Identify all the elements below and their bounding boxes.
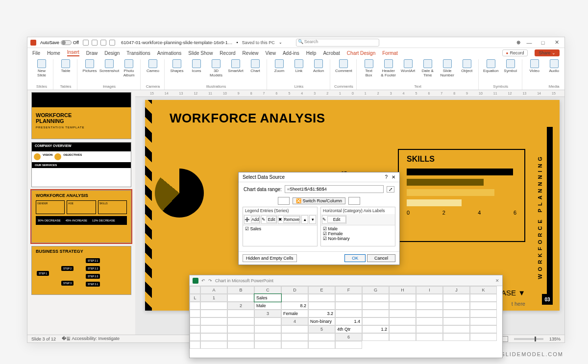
cell[interactable] [389, 333, 416, 341]
cell[interactable] [362, 317, 389, 325]
cell[interactable] [200, 325, 227, 333]
cell[interactable]: 3.2 [308, 310, 335, 317]
cell[interactable] [190, 333, 200, 341]
cell[interactable] [227, 310, 254, 317]
ribbon-header-&-footer[interactable]: Header& Footer [380, 59, 397, 78]
cell[interactable] [443, 325, 470, 333]
share-button[interactable]: Share ⌄ [535, 49, 560, 56]
cell[interactable] [281, 325, 308, 333]
cell[interactable]: 1.4 [335, 317, 362, 325]
cell[interactable] [470, 294, 497, 302]
slide-thumbnails[interactable]: 1 WORKFORCEPLANNING PRESENTATION TEMPLAT… [27, 90, 135, 335]
cell[interactable] [335, 341, 362, 349]
tab-slideshow[interactable]: Slide Show [188, 50, 213, 56]
redo-icon[interactable]: ↷ [208, 278, 212, 283]
skills-chart[interactable]: SKILLS 0246 [398, 149, 525, 242]
cell[interactable] [227, 341, 254, 349]
zoom-slider[interactable] [514, 338, 543, 340]
slide-count[interactable]: Slide 3 of 12 [31, 337, 56, 341]
cell[interactable] [389, 294, 416, 302]
cell[interactable] [227, 333, 254, 341]
axis-item[interactable]: Male [323, 226, 393, 231]
cell[interactable] [416, 317, 443, 325]
tab-animations[interactable]: Animations [157, 50, 181, 56]
cell[interactable] [200, 333, 227, 341]
legend-remove-button[interactable]: ✖Remove [278, 215, 300, 224]
tab-view[interactable]: View [265, 50, 276, 56]
search-input[interactable]: Search [296, 39, 379, 47]
axis-item[interactable]: Female [323, 231, 393, 236]
cell[interactable] [470, 310, 497, 317]
ribbon-shapes[interactable]: Shapes [169, 59, 185, 73]
cell[interactable] [200, 341, 227, 349]
ribbon-equation[interactable]: Equation [483, 59, 499, 73]
cell[interactable] [443, 317, 470, 325]
cell[interactable] [416, 333, 443, 341]
cell[interactable] [335, 302, 362, 310]
cell[interactable] [443, 294, 470, 302]
cell[interactable] [200, 310, 227, 317]
cell[interactable] [200, 302, 227, 310]
cell[interactable] [227, 294, 254, 302]
ribbon-smartart[interactable]: SmartArt [227, 59, 244, 73]
cell[interactable] [200, 317, 227, 325]
document-title[interactable]: 61047-01-workforce-planning-slide-templa… [121, 40, 233, 45]
legend-up-button[interactable]: ▴ [301, 215, 308, 224]
cell[interactable]: Sales [254, 294, 281, 302]
thumbnail-1[interactable]: 1 WORKFORCEPLANNING PRESENTATION TEMPLAT… [31, 92, 131, 139]
account-icon[interactable]: ⊕ [516, 40, 520, 45]
gender-pie-chart[interactable] [155, 169, 204, 218]
cell[interactable]: Male [254, 302, 281, 310]
cell[interactable] [362, 294, 389, 302]
cell[interactable] [254, 317, 281, 325]
excel-close-icon[interactable]: ✕ [495, 278, 499, 283]
cell[interactable] [443, 333, 470, 341]
ribbon-pictures[interactable]: Pictures [81, 59, 98, 73]
cell[interactable] [389, 317, 416, 325]
cell[interactable]: 1.2 [362, 325, 389, 333]
ribbon-slide-number[interactable]: SlideNumber [439, 59, 456, 78]
cell[interactable]: 8.2 [281, 302, 308, 310]
cell[interactable] [416, 294, 443, 302]
range-picker-icon[interactable]: ⤢ [387, 186, 394, 193]
ribbon-icons[interactable]: Icons [188, 59, 205, 73]
ribbon-text-box[interactable]: TextBox [361, 59, 377, 78]
cell[interactable] [308, 294, 335, 302]
cell[interactable] [416, 325, 443, 333]
cell[interactable] [470, 325, 497, 333]
cell[interactable] [389, 302, 416, 310]
cell[interactable] [335, 310, 362, 317]
ribbon-wordart[interactable]: WordArt [400, 59, 416, 73]
ribbon-photo-album[interactable]: PhotoAlbum [121, 59, 137, 78]
ribbon-screenshot[interactable]: Screenshot [101, 59, 118, 73]
ribbon-comment[interactable]: Comment [335, 59, 352, 73]
cell[interactable] [362, 333, 389, 341]
legend-add-button[interactable]: ➕Add [244, 215, 260, 224]
tab-home[interactable]: Home [47, 50, 60, 56]
cancel-button[interactable]: Cancel [367, 254, 395, 262]
cell[interactable] [190, 310, 200, 317]
dialog-titlebar[interactable]: Select Data Source ?✕ [239, 172, 399, 182]
thumbnail-2[interactable]: 2 COMPANY OVERVIEW VISIONOBJECTIVES OUR … [31, 142, 131, 187]
cell[interactable] [308, 302, 335, 310]
cell[interactable]: 4th Qtr [335, 325, 362, 333]
cell[interactable] [281, 294, 308, 302]
tab-file[interactable]: File [32, 50, 40, 56]
switch-row-column-button[interactable]: 🔀 Switch Row/Column [293, 197, 345, 204]
cell[interactable] [416, 310, 443, 317]
cell[interactable] [227, 325, 254, 333]
ribbon-table[interactable]: Table [57, 59, 74, 73]
cell[interactable] [362, 310, 389, 317]
zoom-value[interactable]: 135% [549, 337, 561, 341]
tab-insert[interactable]: Insert [67, 49, 79, 56]
ribbon-new-slide[interactable]: NewSlide [33, 59, 50, 78]
tab-draw[interactable]: Draw [86, 50, 98, 56]
cell[interactable] [335, 294, 362, 302]
ribbon-cameo[interactable]: Cameo [145, 59, 161, 73]
range-input[interactable] [285, 185, 384, 193]
cell[interactable] [254, 333, 281, 341]
placeholder-text[interactable]: t here [512, 301, 525, 307]
cell[interactable] [254, 325, 281, 333]
maximize-button[interactable]: □ [538, 40, 548, 46]
save-status[interactable]: Saved to this PC [242, 40, 275, 45]
